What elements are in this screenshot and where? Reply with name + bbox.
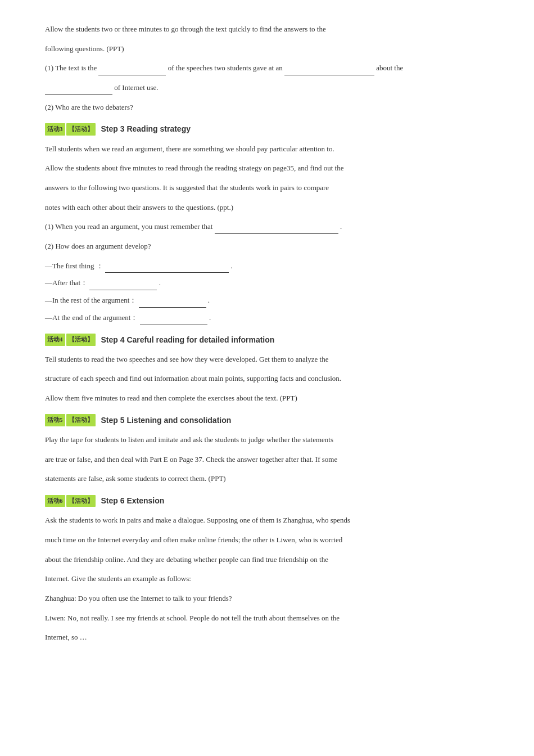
step6-internet: Internet, so …	[45, 631, 489, 645]
step4-title: Step 4 Careful reading for detailed info…	[101, 333, 275, 347]
dash-line-4: —At the end of the argument： .	[45, 311, 489, 325]
step6-p2: much time on the Internet everyday and o…	[45, 533, 489, 547]
dash-line-2: —After that： .	[45, 276, 489, 290]
step6-internet-text: Internet, so …	[45, 633, 87, 641]
dash3-period: .	[208, 296, 210, 304]
step3-q2-text: (2) How does an argument develop?	[45, 242, 151, 250]
step4-p2: structure of each speech and find out in…	[45, 372, 489, 386]
intro-text-2: following questions. (PPT)	[45, 44, 124, 53]
step6-title: Step 6 Extension	[101, 494, 165, 508]
blank-q1-2[interactable]	[284, 68, 374, 75]
step3-p2: Allow the students about five minutes to…	[45, 161, 489, 176]
step3-text-2: Allow the students about five minutes to…	[45, 164, 343, 172]
step4-header: 活动4 【活动】 Step 4 Careful reading for deta…	[45, 333, 489, 347]
step4-p3: Allow them five minutes to read and then…	[45, 392, 489, 406]
step3-header: 活动3 【活动】 Step 3 Reading strategy	[45, 122, 489, 136]
dash2-prefix: —After that：	[45, 278, 88, 287]
step5-title: Step 5 Listening and consolidation	[101, 413, 232, 428]
question-1: (1) The text is the of the speeches two …	[45, 61, 489, 75]
intro-para-1: Allow the students two or three minutes …	[45, 22, 489, 37]
blank-q1-3[interactable]	[45, 87, 112, 95]
intro-para-2: following questions. (PPT)	[45, 42, 489, 56]
step4-text-1: Tell students to read the two speeches a…	[45, 355, 328, 363]
step5-p3: statements are false, ask some students …	[45, 472, 489, 486]
step6-zhanghua: Zhanghua: Do you often use the Internet …	[45, 592, 489, 606]
intro-text-1: Allow the students two or three minutes …	[45, 25, 326, 33]
step3-badge2: 【活动】	[66, 123, 96, 136]
step5-p1: Play the tape for students to listen and…	[45, 433, 489, 447]
step3-p1: Tell students when we read an argument, …	[45, 142, 489, 156]
q1-mid1: of the speeches two students gave at an	[168, 64, 283, 72]
dash1-prefix: —The first thing ：	[45, 262, 103, 270]
dash2-period: .	[159, 278, 161, 287]
step3-p3: answers to the following two questions. …	[45, 181, 489, 195]
step6-text-4: Internet. Give the students an example a…	[45, 574, 191, 583]
step6-p3: about the friendship online. And they ar…	[45, 553, 489, 567]
step6-liwen-text: Liwen: No, not really. I see my friends …	[45, 614, 340, 622]
step5-header: 活动5 【活动】 Step 5 Listening and consolidat…	[45, 413, 489, 428]
blank-dash4[interactable]	[140, 317, 207, 325]
step5-badge2: 【活动】	[66, 414, 96, 426]
question-2: (2) Who are the two debaters?	[45, 101, 489, 115]
step6-text-3: about the friendship online. And they ar…	[45, 555, 328, 564]
step6-p4: Internet. Give the students an example a…	[45, 572, 489, 586]
step4-text-3: Allow them five minutes to read and then…	[45, 394, 297, 402]
step6-badge1: 活动6	[45, 495, 65, 507]
step4-text-2: structure of each speech and find out in…	[45, 374, 341, 382]
step3-q2: (2) How does an argument develop?	[45, 240, 489, 254]
step3-text-1: Tell students when we read an argument, …	[45, 145, 334, 153]
dash3-prefix: —In the rest of the argument：	[45, 296, 137, 304]
step4-p1: Tell students to read the two speeches a…	[45, 353, 489, 367]
q1-suffix: of Internet use.	[114, 83, 158, 92]
blank-dash3[interactable]	[139, 300, 206, 308]
blank-dash2[interactable]	[89, 282, 157, 290]
dash-line-3: —In the rest of the argument： .	[45, 294, 489, 308]
step6-text-1: Ask the students to work in pairs and ma…	[45, 516, 350, 524]
step3-text-4: notes with each other about their answer…	[45, 203, 233, 212]
step5-p2: are true or false, and then deal with Pa…	[45, 453, 489, 467]
step5-text-1: Play the tape for students to listen and…	[45, 435, 333, 444]
blank-q1-1[interactable]	[98, 68, 166, 75]
dash-line-1: —The first thing ： .	[45, 259, 489, 273]
step6-badge2: 【活动】	[66, 495, 96, 507]
blank-step3-q1[interactable]	[215, 226, 338, 234]
step3-badge1: 活动3	[45, 123, 65, 136]
step3-title: Step 3 Reading strategy	[101, 122, 191, 136]
step3-text-3: answers to the following two questions. …	[45, 183, 329, 192]
step6-liwen: Liwen: No, not really. I see my friends …	[45, 611, 489, 626]
question-1-cont: of Internet use.	[45, 81, 489, 95]
q1-mid2: about the	[376, 64, 403, 72]
dash4-period: .	[209, 313, 211, 322]
blank-dash1[interactable]	[105, 265, 229, 273]
step5-text-2: are true or false, and then deal with Pa…	[45, 455, 337, 464]
step3-q1: (1) When you read an argument, you must …	[45, 220, 489, 234]
step5-text-3: statements are false, ask some students …	[45, 474, 226, 483]
step4-badge1: 活动4	[45, 334, 65, 346]
step6-header: 活动6 【活动】 Step 6 Extension	[45, 494, 489, 508]
step3-q1-prefix: (1) When you read an argument, you must …	[45, 222, 212, 231]
q2-text: (2) Who are the two debaters?	[45, 103, 133, 111]
step6-text-2: much time on the Internet everyday and o…	[45, 536, 342, 544]
dash1-period: .	[230, 262, 232, 270]
dash4-prefix: —At the end of the argument：	[45, 313, 138, 322]
step5-badge1: 活动5	[45, 414, 65, 426]
q1-prefix: (1) The text is the	[45, 64, 97, 72]
step6-p1: Ask the students to work in pairs and ma…	[45, 514, 489, 528]
step4-badge2: 【活动】	[66, 334, 96, 346]
step3-q1-period: .	[340, 222, 342, 231]
step6-zhanghua-text: Zhanghua: Do you often use the Internet …	[45, 594, 232, 602]
step3-p4: notes with each other about their answer…	[45, 201, 489, 215]
